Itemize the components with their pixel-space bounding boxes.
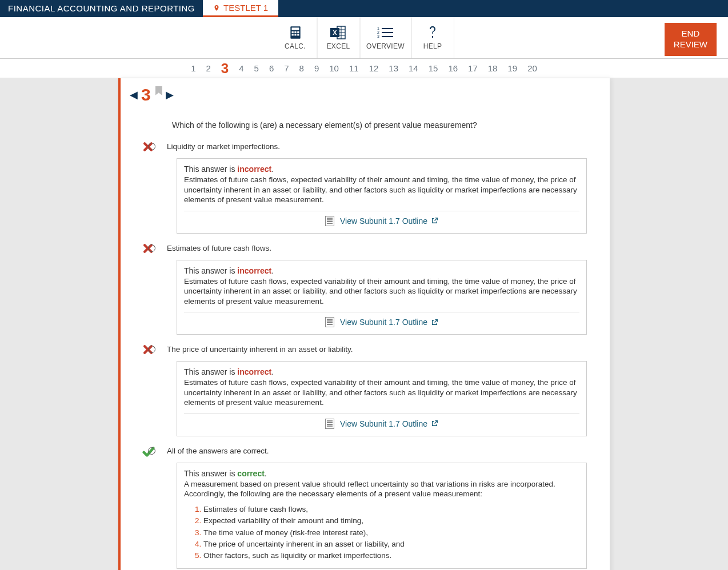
qnav-item-15[interactable]: 15 [429, 63, 438, 73]
subunit-outline-link[interactable]: View Subunit 1.7 Outline [340, 318, 438, 327]
svg-rect-2 [291, 31, 293, 33]
question-header: ◀ 3 ▶ [130, 85, 587, 105]
app-title: FINANCIAL ACCOUNTING AND REPORTING [0, 0, 203, 17]
qnav-item-2[interactable]: 2 [206, 63, 211, 73]
qnav-item-9[interactable]: 9 [314, 63, 319, 73]
explanation-box-1: This answer is incorrect.Estimates of fu… [177, 260, 587, 335]
document-icon [325, 216, 334, 226]
explanation-intro: This answer is incorrect. [184, 266, 579, 275]
qnav-item-20[interactable]: 20 [527, 63, 537, 73]
qnav-item-6[interactable]: 6 [269, 63, 274, 73]
end-review-line1: END [674, 29, 707, 39]
qnav-item-19[interactable]: 19 [507, 63, 517, 73]
subunit-row: View Subunit 1.7 Outline [184, 312, 579, 327]
explanation-body: Estimates of future cash flows, expected… [184, 175, 579, 205]
explanation-intro: This answer is correct. [184, 469, 579, 478]
subunit-outline-link[interactable]: View Subunit 1.7 Outline [340, 419, 438, 428]
svg-text:2: 2 [377, 30, 379, 34]
svg-rect-7 [297, 34, 299, 35]
list-item: Expected variability of their amount and… [203, 515, 579, 527]
svg-text:3: 3 [377, 34, 379, 38]
external-link-icon [431, 217, 438, 224]
qnav-item-7[interactable]: 7 [284, 63, 289, 73]
subunit-row: View Subunit 1.7 Outline [184, 414, 579, 429]
end-review-line2: REVIEW [674, 39, 707, 50]
qnav-item-5[interactable]: 5 [254, 63, 259, 73]
testlet-tab[interactable]: TESTLET 1 [203, 0, 278, 17]
answer-radio-1[interactable] [148, 244, 155, 252]
list-item: Estimates of future cash flows, [203, 504, 579, 515]
excel-label: EXCEL [327, 42, 350, 50]
svg-rect-1 [291, 27, 299, 30]
subunit-row: View Subunit 1.7 Outline [184, 211, 579, 226]
svg-rect-6 [294, 34, 296, 35]
explanation-intro: This answer is incorrect. [184, 164, 579, 174]
question-number: 3 [141, 85, 151, 105]
question-icon [427, 25, 438, 40]
end-review-button[interactable]: END REVIEW [665, 23, 717, 56]
answer-label-0: Liquidity or market imperfections. [167, 142, 280, 151]
answer-radio-0[interactable] [148, 143, 155, 150]
qnav-item-8[interactable]: 8 [299, 63, 304, 73]
explanation-body: A measurement based on present value sho… [184, 479, 579, 499]
answers-container: Liquidity or market imperfections.This a… [177, 142, 587, 569]
answer-label-1: Estimates of future cash flows. [167, 244, 271, 252]
document-icon [325, 317, 334, 327]
calc-label: CALC. [285, 42, 306, 50]
answer-3: All of the answers are correct.This answ… [177, 447, 587, 569]
excel-icon: X [330, 25, 346, 40]
external-link-icon [431, 319, 438, 326]
answer-0: Liquidity or market imperfections.This a… [177, 142, 587, 234]
answer-label-3: All of the answers are correct. [167, 447, 269, 455]
qnav-item-11[interactable]: 11 [349, 63, 359, 73]
content-panel: ◀ 3 ▶ Which of the following is (are) a … [118, 78, 610, 570]
explanation-intro: This answer is incorrect. [184, 367, 579, 376]
top-bar: FINANCIAL ACCOUNTING AND REPORTING TESTL… [0, 0, 728, 17]
qnav-item-13[interactable]: 13 [389, 63, 398, 73]
question-text: Which of the following is (are) a necess… [172, 121, 587, 130]
qnav-item-1[interactable]: 1 [191, 63, 195, 73]
list-icon: 123 [377, 25, 394, 40]
calculator-icon [288, 25, 303, 40]
document-icon [325, 419, 334, 429]
location-pin-icon [213, 5, 220, 11]
answer-radio-3[interactable] [148, 447, 155, 455]
list-item: The time value of money (risk-free inter… [203, 527, 579, 539]
explanation-box-0: This answer is incorrect.Estimates of fu… [177, 158, 587, 234]
qnav-item-10[interactable]: 10 [329, 63, 339, 73]
answer-2: The price of uncertainty inherent in an … [177, 345, 587, 436]
qnav-item-14[interactable]: 14 [409, 63, 418, 73]
toolbar: CALC. X EXCEL 123 OVERVIEW HELP END REVI… [0, 17, 728, 59]
next-question-arrow[interactable]: ▶ [166, 89, 174, 101]
qnav-item-4[interactable]: 4 [239, 63, 243, 73]
answer-label-2: The price of uncertainty inherent in an … [167, 345, 353, 354]
explanation-box-2: This answer is incorrect.Estimates of fu… [177, 361, 587, 436]
qnav-item-18[interactable]: 18 [488, 63, 498, 73]
svg-rect-5 [291, 34, 293, 35]
help-label: HELP [423, 42, 442, 50]
qnav-item-12[interactable]: 12 [369, 63, 379, 73]
question-nav: 1234567891011121314151617181920 [0, 59, 728, 78]
explanation-body: Estimates of future cash flows, expected… [184, 276, 579, 307]
explanation-body: Estimates of future cash flows, expected… [184, 378, 579, 408]
external-link-icon [431, 420, 438, 427]
answer-radio-2[interactable] [148, 346, 155, 353]
overview-button[interactable]: 123 OVERVIEW [360, 17, 411, 58]
list-item: Other factors, such as liquidity or mark… [203, 550, 579, 561]
svg-rect-4 [297, 31, 299, 33]
subunit-outline-link[interactable]: View Subunit 1.7 Outline [340, 216, 438, 226]
calc-button[interactable]: CALC. [274, 17, 317, 58]
help-button[interactable]: HELP [411, 17, 454, 58]
answer-1: Estimates of future cash flows.This answ… [177, 244, 587, 335]
excel-button[interactable]: X EXCEL [317, 17, 360, 58]
qnav-item-17[interactable]: 17 [468, 63, 478, 73]
explanation-box-3: This answer is correct.A measurement bas… [177, 463, 587, 569]
prev-question-arrow[interactable]: ◀ [130, 89, 138, 101]
bookmark-icon[interactable] [155, 86, 162, 95]
qnav-item-3[interactable]: 3 [221, 61, 229, 77]
qnav-item-16[interactable]: 16 [448, 63, 458, 73]
overview-label: OVERVIEW [366, 42, 405, 50]
svg-text:X: X [333, 29, 337, 36]
svg-rect-3 [294, 31, 296, 33]
testlet-label: TESTLET 1 [223, 3, 268, 13]
